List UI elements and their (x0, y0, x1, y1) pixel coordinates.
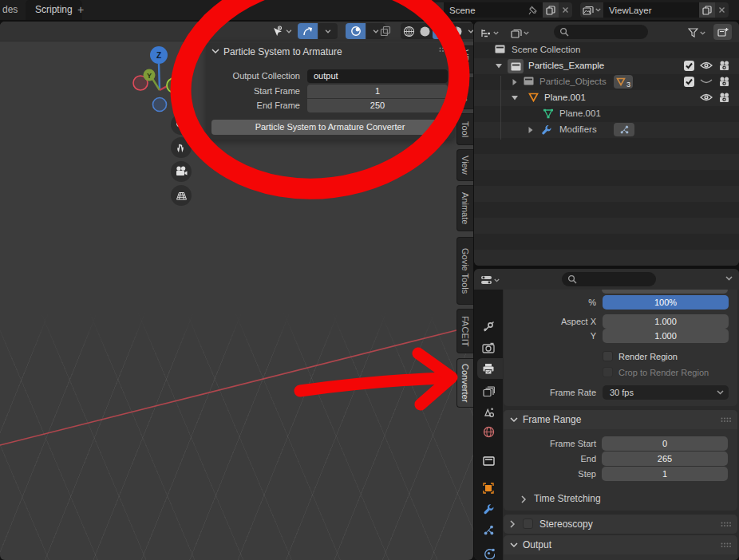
camera-render-icon[interactable] (718, 61, 731, 71)
tab-collection[interactable] (474, 451, 503, 471)
outliner-row-particles-example[interactable]: Particles_Example (474, 58, 739, 74)
frame-start-field[interactable]: 0 (602, 436, 728, 451)
shading-options-button[interactable] (464, 23, 473, 39)
shading-rendered-button[interactable] (449, 23, 464, 39)
sidebar-tab-animate[interactable]: Animate (456, 185, 473, 231)
outliner-display-mode-button[interactable] (480, 25, 499, 41)
pin-scene-button[interactable] (528, 2, 543, 18)
sidebar-tab-faceit[interactable]: FACEIT (456, 309, 473, 353)
copy-scene-button[interactable] (543, 2, 559, 18)
viewlayer-name-field[interactable]: ViewLayer (603, 2, 699, 18)
render-region-checkbox[interactable] (603, 351, 613, 361)
shading-wireframe-button[interactable] (401, 23, 417, 39)
row-label[interactable]: Plane.001 (559, 108, 601, 118)
frame-range-panel-header[interactable]: Frame Range (504, 410, 737, 429)
shading-solid-button[interactable] (417, 23, 433, 39)
frame-step-field[interactable]: 1 (602, 467, 728, 481)
overlays-toggle[interactable] (376, 23, 395, 39)
tab-view-layer[interactable] (474, 381, 503, 402)
new-collection-button[interactable] (713, 24, 732, 40)
snap-options-button[interactable] (318, 23, 338, 39)
scene-name-field[interactable]: Scene (444, 2, 528, 18)
drag-dots-icon[interactable] (439, 47, 449, 53)
exclude-checkbox-checked[interactable] (684, 77, 694, 87)
aspect-y-field[interactable]: 1.000 (603, 329, 729, 343)
pan-button[interactable] (171, 137, 192, 158)
sidebar-tab-tool[interactable]: Tool (456, 113, 473, 145)
tab-render[interactable] (474, 337, 503, 358)
start-frame-input[interactable]: 1 (307, 85, 448, 98)
tab-modifiers[interactable] (474, 499, 503, 519)
drag-dots-icon[interactable] (721, 542, 731, 549)
tab-physics[interactable] (474, 542, 503, 560)
tab-particles[interactable] (474, 519, 503, 540)
disclosure-right-icon[interactable] (512, 79, 517, 85)
sidebar-tab-item[interactable]: Item (456, 77, 473, 109)
orthographic-toggle-button[interactable] (171, 185, 192, 206)
sidebar-tab-view[interactable]: View (456, 149, 473, 181)
camera-view-button[interactable] (171, 161, 192, 182)
viewport-3d[interactable]: Y X Z Particle System to Armature Output… (0, 22, 473, 560)
eye-open-icon[interactable] (700, 61, 713, 70)
panel-title[interactable]: Particle System to Armature (223, 46, 342, 57)
properties-options-button[interactable] (725, 276, 733, 281)
navigation-gizmo[interactable]: Y X Z (120, 44, 200, 124)
disclosure-down-icon[interactable] (496, 63, 502, 69)
stereoscopy-checkbox[interactable] (523, 519, 533, 529)
camera-render-icon[interactable] (718, 77, 731, 87)
copy-viewlayer-button[interactable] (699, 2, 715, 18)
outliner-search-input[interactable] (554, 25, 648, 39)
end-frame-input[interactable]: 250 (307, 99, 448, 112)
tab-scene[interactable] (474, 402, 503, 423)
frame-rate-dropdown[interactable]: 30 fps (603, 385, 729, 400)
outliner-row-scene-collection[interactable]: Scene Collection (474, 42, 739, 58)
stereoscopy-panel-header[interactable]: Stereoscopy (504, 515, 737, 534)
gizmo-neg-z-ball[interactable] (153, 98, 167, 112)
outliner-row-particle-objects[interactable]: Particle_Objects 3 (474, 74, 739, 90)
sidebar-tab-vrm[interactable]: VRM (456, 45, 473, 73)
tab-object[interactable] (474, 478, 503, 499)
outliner-filter-button[interactable] (688, 25, 705, 41)
properties-search-input[interactable] (562, 272, 656, 286)
workspace-tab-partial[interactable]: des (2, 4, 18, 15)
drag-dots-icon[interactable] (721, 522, 731, 528)
camera-render-icon[interactable] (718, 93, 731, 103)
outliner-filter-mode-button[interactable] (511, 25, 529, 41)
row-label[interactable]: Particles_Example (528, 61, 604, 70)
tab-world[interactable] (474, 421, 503, 442)
time-stretching-subpanel-header[interactable]: Time Stretching (504, 489, 737, 508)
frame-end-field[interactable]: 265 (602, 452, 728, 466)
row-label[interactable]: Plane.001 (544, 93, 586, 102)
drag-dots-icon[interactable] (721, 417, 731, 424)
scene-datablock-button[interactable] (421, 2, 444, 18)
active-tool-button[interactable] (266, 23, 298, 39)
exclude-checkbox-checked[interactable] (684, 61, 694, 71)
aspect-x-field[interactable]: 1.000 (603, 314, 729, 329)
disclosure-right-icon[interactable] (528, 127, 533, 133)
outliner-row-plane-object[interactable]: Plane.001 (474, 90, 739, 106)
workspace-tab-scripting[interactable]: Scripting (26, 0, 82, 20)
shading-material-button[interactable] (433, 23, 449, 39)
resolution-y-field-partial[interactable] (602, 290, 728, 294)
row-label[interactable]: Modifiers (559, 124, 597, 134)
sidebar-tab-converter[interactable]: Converter (456, 358, 473, 408)
output-collection-input[interactable]: output (307, 69, 448, 83)
proportional-editing-toggle[interactable] (346, 23, 366, 39)
resolution-percent-slider[interactable]: 100% (603, 295, 729, 310)
tab-tool[interactable] (474, 316, 503, 337)
eye-open-icon[interactable] (700, 93, 713, 102)
sidebar-tab-govie-tools[interactable]: Govie Tools (456, 237, 473, 305)
remove-viewlayer-button[interactable] (715, 2, 729, 18)
outliner-row-modifiers[interactable]: Modifiers (474, 122, 739, 138)
panel-collapse-chevron-icon[interactable] (211, 49, 219, 54)
disclosure-down-icon[interactable] (512, 95, 518, 101)
converter-button[interactable]: Particle System to Armature Converter (211, 120, 449, 135)
unlink-scene-button[interactable] (559, 2, 572, 18)
viewlayer-datablock-button[interactable] (580, 2, 603, 18)
add-workspace-button[interactable]: + (77, 3, 84, 16)
snap-toggle[interactable] (298, 23, 318, 39)
output-panel-header[interactable]: Output (504, 535, 737, 554)
row-label[interactable]: Particle_Objects (539, 77, 607, 86)
zoom-button[interactable] (171, 114, 192, 135)
crop-to-render-region-checkbox[interactable] (603, 367, 613, 377)
